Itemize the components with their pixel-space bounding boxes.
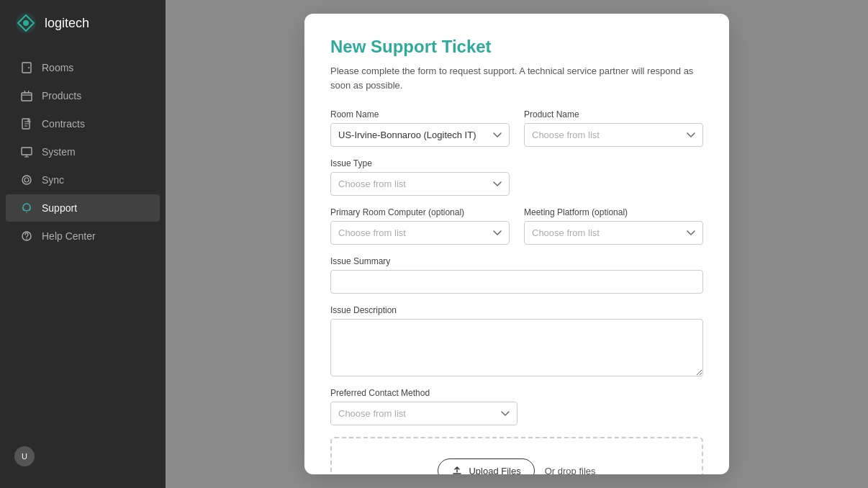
issue-type-group: Issue Type Choose from list xyxy=(330,158,510,196)
form-row-2: Issue Type Choose from list xyxy=(330,158,703,196)
issue-summary-input[interactable] xyxy=(330,270,703,294)
product-name-label: Product Name xyxy=(524,109,703,119)
meeting-platform-label: Meeting Platform (optional) xyxy=(524,207,703,217)
door-icon xyxy=(20,61,33,74)
support-ticket-modal: New Support Ticket Please complete the f… xyxy=(304,14,729,474)
modal-overlay: New Support Ticket Please complete the f… xyxy=(166,0,868,488)
issue-description-group: Issue Description xyxy=(330,305,703,376)
svg-point-8 xyxy=(24,178,29,182)
sidebar-item-label: Rooms xyxy=(42,62,73,73)
issue-type-spacer xyxy=(524,158,703,196)
sidebar-item-label: Contracts xyxy=(42,118,85,130)
meeting-platform-group: Meeting Platform (optional) Choose from … xyxy=(524,207,703,245)
upload-files-button[interactable]: Upload Files xyxy=(438,458,534,474)
sidebar-item-label: Support xyxy=(42,202,77,214)
logitech-logo-icon xyxy=(14,12,37,35)
file-icon xyxy=(20,117,33,130)
sidebar-item-label: Sync xyxy=(42,174,64,186)
sidebar-item-sync[interactable]: Sync xyxy=(6,166,160,194)
contact-method-label: Preferred Contact Method xyxy=(330,388,517,398)
sidebar-item-rooms[interactable]: Rooms xyxy=(6,54,160,81)
sidebar-item-products[interactable]: Products xyxy=(6,82,160,109)
sidebar-item-label: System xyxy=(42,146,76,158)
sidebar-item-contracts[interactable]: Contracts xyxy=(6,110,160,137)
logo: logitech xyxy=(0,0,166,46)
sidebar-item-system[interactable]: System xyxy=(6,138,160,166)
primary-computer-select[interactable]: Choose from list xyxy=(330,221,510,245)
svg-rect-3 xyxy=(28,67,30,68)
product-name-select[interactable]: Choose from list xyxy=(524,123,703,147)
sidebar-bottom: U xyxy=(0,432,166,488)
user-avatar-area: U xyxy=(0,439,166,474)
modal-title: New Support Ticket xyxy=(330,37,703,57)
form-row-1: Room Name US-Irvine-Bonnaroo (Logitech I… xyxy=(330,109,703,147)
upload-area: Upload Files Or drop files xyxy=(330,437,703,474)
headset-icon xyxy=(20,202,33,214)
logo-text: logitech xyxy=(45,16,89,31)
room-name-label: Room Name xyxy=(330,109,510,119)
issue-description-label: Issue Description xyxy=(330,305,703,315)
sidebar: logitech Rooms Products xyxy=(0,0,166,488)
avatar: U xyxy=(14,446,35,466)
svg-point-7 xyxy=(22,176,31,184)
room-name-group: Room Name US-Irvine-Bonnaroo (Logitech I… xyxy=(330,109,510,147)
modal-subtitle: Please complete the form to request supp… xyxy=(330,64,703,92)
issue-description-textarea[interactable] xyxy=(330,319,703,376)
upload-icon xyxy=(451,465,463,474)
help-icon xyxy=(20,230,33,243)
sidebar-item-label: Help Center xyxy=(42,230,96,242)
sidebar-item-label: Products xyxy=(42,90,81,101)
sync-icon xyxy=(20,173,33,186)
contact-method-select[interactable]: Choose from list xyxy=(330,402,517,425)
sidebar-item-support[interactable]: Support xyxy=(6,194,160,222)
issue-type-select[interactable]: Choose from list xyxy=(330,172,510,196)
room-name-select[interactable]: US-Irvine-Bonnaroo (Logitech IT) xyxy=(330,123,510,147)
issue-summary-group: Issue Summary xyxy=(330,256,703,294)
box-icon xyxy=(20,89,33,102)
svg-rect-2 xyxy=(22,63,31,73)
main-content: New Support Ticket Please complete the f… xyxy=(166,0,868,488)
svg-point-11 xyxy=(26,238,27,240)
contact-method-group: Preferred Contact Method Choose from lis… xyxy=(330,388,517,425)
meeting-platform-select[interactable]: Choose from list xyxy=(524,221,703,245)
product-name-group: Product Name Choose from list xyxy=(524,109,703,147)
upload-or-text: Or drop files xyxy=(545,466,596,475)
issue-summary-label: Issue Summary xyxy=(330,256,703,266)
primary-computer-group: Primary Room Computer (optional) Choose … xyxy=(330,207,510,245)
sidebar-item-help[interactable]: Help Center xyxy=(6,222,160,250)
svg-point-1 xyxy=(23,20,29,26)
upload-button-label: Upload Files xyxy=(469,466,520,475)
svg-rect-4 xyxy=(22,93,32,101)
sidebar-nav: Rooms Products Contracts xyxy=(0,46,166,432)
primary-computer-label: Primary Room Computer (optional) xyxy=(330,207,510,217)
form-row-3: Primary Room Computer (optional) Choose … xyxy=(330,207,703,245)
issue-type-label: Issue Type xyxy=(330,158,510,168)
monitor-icon xyxy=(20,145,33,158)
svg-rect-6 xyxy=(22,148,32,155)
